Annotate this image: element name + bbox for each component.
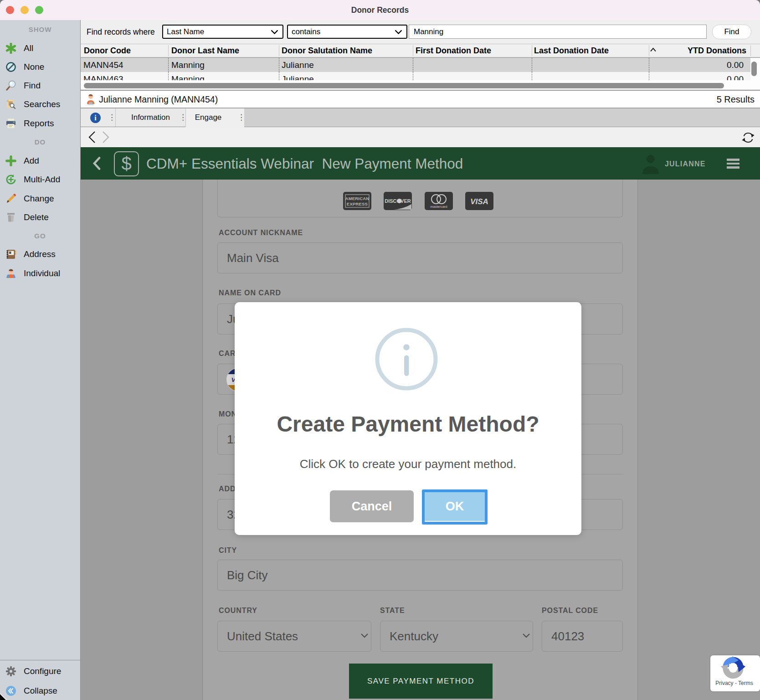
svg-text:mastercard: mastercard	[430, 205, 447, 209]
svg-text:EXPRESS: EXPRESS	[347, 201, 368, 206]
svg-text:VISA: VISA	[470, 197, 488, 206]
svg-text:AMERICAN: AMERICAN	[345, 196, 370, 201]
